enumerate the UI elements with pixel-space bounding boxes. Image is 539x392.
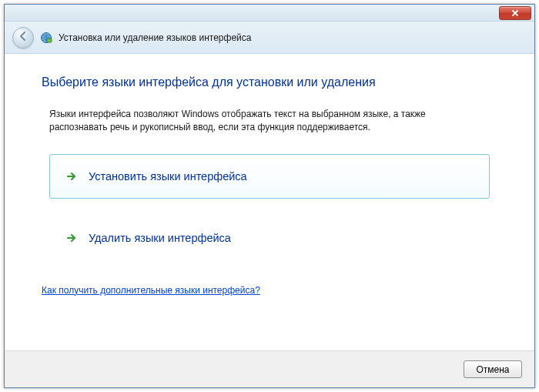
close-button[interactable] <box>499 6 531 20</box>
content-area: Выберите языки интерфейса для установки … <box>5 54 534 350</box>
install-languages-option[interactable]: Установить языки интерфейса <box>49 154 490 199</box>
back-arrow-icon <box>18 31 28 45</box>
close-icon <box>511 6 519 20</box>
arrow-right-icon <box>65 170 78 183</box>
back-button[interactable] <box>12 27 34 49</box>
page-title: Выберите языки интерфейса для установки … <box>42 75 497 89</box>
wizard-header: Установка или удаление языков интерфейса <box>5 22 534 54</box>
wizard-title: Установка или удаление языков интерфейса <box>59 32 251 43</box>
dialog-window: Установка или удаление языков интерфейса… <box>4 4 535 388</box>
titlebar <box>5 5 534 22</box>
dialog-footer: Отмена <box>5 350 534 387</box>
install-option-label: Установить языки интерфейса <box>89 170 247 183</box>
svg-rect-1 <box>47 39 52 42</box>
arrow-right-icon <box>65 232 78 244</box>
cancel-button[interactable]: Отмена <box>464 360 522 378</box>
page-description: Языки интерфейса позволяют Windows отобр… <box>42 108 497 134</box>
language-app-icon <box>40 32 52 44</box>
help-link[interactable]: Как получить дополнительные языки интерф… <box>42 285 260 296</box>
remove-languages-option[interactable]: Удалить языки интерфейса <box>49 216 490 260</box>
remove-option-label: Удалить языки интерфейса <box>89 232 231 244</box>
